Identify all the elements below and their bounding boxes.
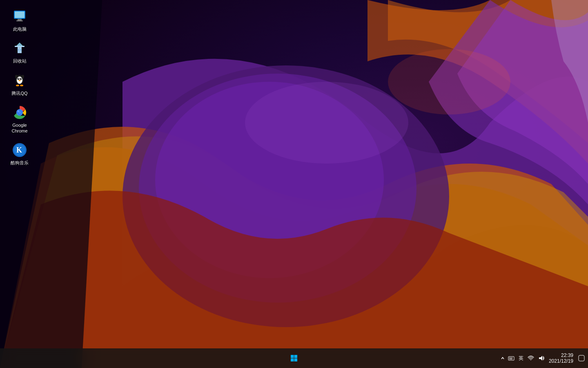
svg-point-4 <box>245 82 408 164</box>
desktop-icon-kuwo[interactable]: K 酷狗音乐 <box>3 139 36 169</box>
chrome-icon-label: Google Chrome <box>5 122 34 134</box>
svg-rect-7 <box>15 11 24 18</box>
svg-point-20 <box>15 75 18 78</box>
svg-point-22 <box>16 85 19 86</box>
network-icon[interactable] <box>526 353 536 363</box>
svg-rect-34 <box>291 359 294 362</box>
system-tray: 英 <box>506 351 546 366</box>
svg-rect-32 <box>291 355 294 358</box>
svg-point-19 <box>19 80 21 81</box>
kuwo-icon: K <box>11 142 28 158</box>
notification-icon <box>578 355 585 361</box>
svg-rect-33 <box>294 355 298 358</box>
chevron-up-icon <box>501 356 505 360</box>
desktop-icon-recycle[interactable]: 回收站 <box>3 37 36 67</box>
start-button[interactable] <box>284 348 304 368</box>
desktop-icon-computer[interactable]: 此电脑 <box>3 5 36 35</box>
chrome-icon <box>11 104 28 121</box>
svg-rect-39 <box>512 357 512 358</box>
show-hidden-icons-button[interactable] <box>501 351 505 366</box>
qq-icon <box>11 72 28 89</box>
taskbar-right: 英 <box>506 348 588 368</box>
wifi-icon <box>528 355 534 361</box>
keyboard-icon <box>508 355 514 361</box>
desktop-icon-qq[interactable]: 腾讯QQ <box>3 69 36 99</box>
notification-button[interactable] <box>578 353 585 363</box>
computer-icon <box>11 8 28 25</box>
svg-rect-40 <box>509 359 512 359</box>
speaker-icon <box>538 355 545 361</box>
computer-icon-label: 此电脑 <box>13 26 27 32</box>
desktop-icon-chrome[interactable]: Google Chrome <box>3 101 36 137</box>
clock-time: 22:39 <box>561 352 573 358</box>
svg-rect-42 <box>579 355 584 361</box>
wallpaper <box>0 0 588 368</box>
kuwo-icon-label: 酷狗音乐 <box>11 160 29 166</box>
svg-point-18 <box>21 78 22 79</box>
clock-date: 2021/12/19 <box>549 358 573 364</box>
svg-point-5 <box>388 49 510 114</box>
qq-icon-label: 腾讯QQ <box>11 90 27 96</box>
taskbar-center <box>82 348 506 368</box>
desktop-icons: 此电脑 回收站 <box>0 0 39 174</box>
language-button[interactable]: 英 <box>517 351 525 366</box>
desktop: 此电脑 回收站 <box>0 0 588 368</box>
sound-icon[interactable] <box>537 353 546 363</box>
svg-rect-36 <box>508 357 514 360</box>
svg-rect-38 <box>510 357 511 358</box>
svg-point-17 <box>18 78 19 79</box>
svg-point-28 <box>18 110 19 112</box>
recycle-icon-label: 回收站 <box>13 58 27 64</box>
svg-text:K: K <box>16 146 22 154</box>
svg-marker-41 <box>539 356 542 361</box>
taskbar: 英 <box>0 348 588 368</box>
svg-rect-37 <box>509 357 510 358</box>
clock[interactable]: 22:39 2021/12/19 <box>548 348 577 368</box>
windows-logo-icon <box>290 355 298 362</box>
ime-icon[interactable] <box>506 353 516 363</box>
svg-rect-8 <box>18 19 22 20</box>
svg-point-23 <box>20 85 23 86</box>
recycle-icon <box>11 40 28 56</box>
svg-point-21 <box>22 75 24 78</box>
svg-rect-35 <box>294 359 298 362</box>
svg-rect-9 <box>16 20 23 21</box>
